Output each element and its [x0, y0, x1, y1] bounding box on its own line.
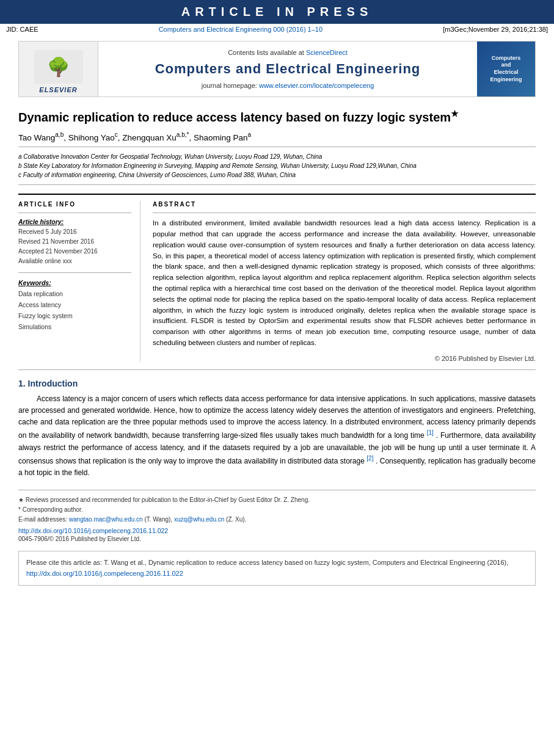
right-logo-line4: Engineering [490, 76, 522, 82]
elsevier-logo-left: 🌳 ELSEVIER [19, 42, 98, 96]
email2-link[interactable]: xuzq@whu.edu.cn [174, 516, 224, 523]
affiliations-section: a Collaborative Innovation Center for Ge… [18, 147, 536, 185]
doi-link[interactable]: http://dx.doi.org/10.1016/j.compeleceng.… [18, 527, 168, 534]
journal-logo-right: Computers and Electrical Engineering [477, 42, 535, 96]
author2-name: , Shihong Yao [64, 133, 115, 142]
star-note-text: ★ Reviews processed and recommended for … [18, 496, 310, 503]
affiliation-a: a Collaborative Innovation Center for Ge… [18, 152, 536, 161]
section1-paragraph: Access latency is a major concern of use… [18, 393, 536, 479]
keyword-4: Simulations [18, 322, 131, 333]
meta-text: [m3Gec;November 29, 2016;21:38] [443, 26, 548, 33]
sciencedirect-link[interactable]: ScienceDirect [306, 49, 348, 56]
keywords-title: Keywords: [18, 279, 131, 286]
article-info-heading: ARTICLE INFO [18, 201, 131, 208]
tree-graphic: 🌳 [34, 50, 83, 84]
section-divider [18, 369, 536, 370]
two-column-section: ARTICLE INFO Article history: Received 5… [18, 194, 536, 362]
journal-title: Computers and Electrical Engineering [155, 61, 421, 77]
doi-line: http://dx.doi.org/10.1016/j.compeleceng.… [18, 527, 536, 534]
right-logo-line1: Computers [492, 55, 521, 61]
homepage-url-link[interactable]: www.elsevier.com/locate/compeleceng [259, 82, 374, 89]
paper-title: Dynamic replication to reduce access lat… [18, 108, 536, 125]
author4-sup: a [248, 131, 252, 138]
copyright-line: © 2016 Published by Elsevier Ltd. [153, 355, 536, 362]
email2-name: (Z. Xu). [226, 516, 246, 523]
right-logo-line3: Electrical [494, 69, 518, 75]
history-title: Article history: [18, 218, 131, 225]
email1-name: (T. Wang), [144, 516, 172, 523]
author3-name: , Zhengquan Xu [118, 133, 177, 142]
author4-name: , Shaoming Pan [189, 133, 247, 142]
keywords-section: Keywords: Data replication Access latenc… [18, 279, 131, 332]
abstract-heading: ABSTRACT [153, 201, 536, 208]
ref2-link[interactable]: [2] [366, 455, 373, 462]
issn-line: 0045-7906/© 2016 Published by Elsevier L… [18, 536, 536, 542]
keyword-1: Data replication [18, 289, 131, 300]
article-history: Article history: Received 5 July 2016 Re… [18, 218, 131, 266]
abstract-column: ABSTRACT In a distributed environment, l… [153, 201, 536, 362]
title-text: Dynamic replication to reduce access lat… [18, 111, 451, 124]
article-info-column: ARTICLE INFO Article history: Received 5… [18, 201, 140, 362]
homepage-text: journal homepage: [202, 82, 257, 89]
keyword-2: Access latency [18, 300, 131, 311]
banner-text: ARTICLE IN PRESS [181, 5, 373, 18]
journal-center: Contents lists available at ScienceDirec… [98, 42, 477, 96]
revised-date: Revised 21 November 2016 [18, 237, 131, 247]
authors-line: Tao Wanga,b, Shihong Yaoc, Zhengquan Xua… [18, 131, 536, 142]
author1-name: Tao Wang [18, 133, 55, 142]
accepted-date: Accepted 21 November 2016 [18, 247, 131, 256]
received-date: Received 5 July 2016 [18, 227, 131, 237]
author1-sup: a,b [55, 131, 64, 138]
contents-text: Contents lists available at [228, 49, 304, 56]
email1-link[interactable]: wangtao.mac@whu.edu.cn [69, 516, 143, 523]
homepage-line: journal homepage: www.elsevier.com/locat… [202, 82, 374, 89]
citation-link[interactable]: http://dx.doi.org/10.1016/j.compeleceng.… [26, 570, 183, 577]
ref1-link[interactable]: [1] [427, 429, 434, 436]
jid-bar: JID: CAEE Computers and Electrical Engin… [0, 24, 554, 35]
footnote-star: ★ Reviews processed and recommended for … [18, 495, 536, 505]
content-wrapper: 🌳 ELSEVIER Contents lists available at S… [0, 41, 554, 586]
citation-text: Please cite this article as: T. Wang et … [26, 559, 508, 566]
affiliation-b: b State Key Laboratory for Information E… [18, 161, 536, 170]
right-logo-line2: and [501, 62, 511, 68]
email-label: E-mail addresses: [18, 516, 67, 523]
footnotes-section: ★ Reviews processed and recommended for … [18, 490, 536, 542]
affiliation-c: c Faculty of information engineering, Ch… [18, 170, 536, 180]
elsevier-text: ELSEVIER [39, 86, 77, 93]
email-line: E-mail addresses: wangtao.mac@whu.edu.cn… [18, 515, 536, 525]
abstract-text: In a distributed environment, limited av… [153, 218, 536, 349]
keyword-3: Fuzzy logic system [18, 311, 131, 322]
corresponding-note: * Corresponding author. [18, 505, 536, 515]
citation-box: Please cite this article as: T. Wang et … [18, 551, 536, 586]
author3-sup: a,b,* [177, 131, 189, 138]
star-mark: ★ [451, 109, 459, 118]
journal-ref: Computers and Electrical Engineering 000… [159, 26, 323, 33]
contents-available-line: Contents lists available at ScienceDirec… [228, 49, 348, 56]
article-in-press-banner: ARTICLE IN PRESS [0, 0, 554, 24]
jid-text: JID: CAEE [6, 26, 38, 33]
right-logo-title: Computers and Electrical Engineering [490, 55, 522, 84]
journal-header: 🌳 ELSEVIER Contents lists available at S… [18, 41, 536, 97]
section1-title: 1. Introduction [18, 379, 536, 388]
available-online: Available online xxx [18, 256, 131, 266]
